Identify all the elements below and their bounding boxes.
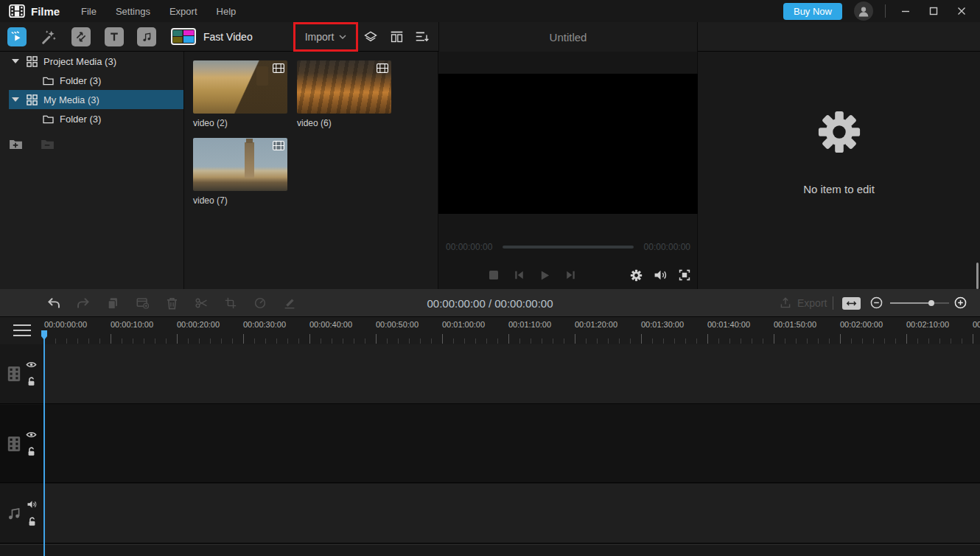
- folder-icon: [43, 76, 54, 86]
- filme-app-window: Filme File Settings Export Help Buy Now: [0, 0, 980, 556]
- text-tab[interactable]: [105, 27, 124, 46]
- tree-actions: [0, 139, 55, 150]
- expand-arrow-icon[interactable]: [12, 59, 19, 63]
- menu-help[interactable]: Help: [217, 6, 237, 17]
- track-lock-toggle[interactable]: [27, 446, 36, 457]
- tree-item-folder-1[interactable]: Folder (3): [0, 71, 183, 90]
- undo-icon: [47, 297, 60, 309]
- draw-button[interactable]: [283, 297, 296, 309]
- tree-item-project-media[interactable]: Project Media (3): [0, 52, 183, 71]
- track-lock-toggle[interactable]: [27, 516, 37, 527]
- timeline-ruler[interactable]: 00:00:00:0000:00:10:0000:00:20:0000:00:3…: [0, 317, 980, 344]
- ruler-label: 00:00:20:00: [177, 320, 243, 330]
- minimize-button[interactable]: [897, 3, 914, 19]
- pen-icon: [284, 297, 295, 309]
- tree-item-folder-2[interactable]: Folder (3): [0, 109, 183, 128]
- import-button[interactable]: Import: [305, 31, 347, 43]
- film-icon: [7, 366, 21, 382]
- menubar: Filme File Settings Export Help Buy Now: [0, 0, 980, 22]
- fit-timeline-button[interactable]: [842, 297, 861, 310]
- crop-button[interactable]: [224, 297, 237, 309]
- track-header: [0, 405, 44, 482]
- add-folder-button[interactable]: [9, 139, 23, 150]
- slider-thumb[interactable]: [928, 300, 934, 306]
- effects-tab[interactable]: [39, 27, 58, 46]
- video-track-2[interactable]: [0, 405, 980, 483]
- playhead-line[interactable]: [43, 330, 45, 556]
- ruler-label: 00: [973, 320, 980, 330]
- video-track-1[interactable]: [0, 344, 980, 404]
- import-highlight-box: Import: [293, 22, 358, 52]
- sort-list-icon: [415, 30, 429, 44]
- play-button[interactable]: [539, 270, 550, 281]
- tree-item-my-media[interactable]: My Media (3): [9, 90, 183, 109]
- track-menu-button[interactable]: [13, 324, 31, 336]
- menu-file[interactable]: File: [81, 6, 97, 17]
- delete-button[interactable]: [165, 297, 178, 310]
- copy-icon: [107, 297, 119, 310]
- transitions-icon: [75, 31, 87, 43]
- media-item-video-2[interactable]: video (2): [193, 60, 287, 128]
- menu-settings[interactable]: Settings: [116, 6, 150, 17]
- media-item-video-7[interactable]: video (7): [193, 138, 287, 206]
- split-button[interactable]: [195, 297, 208, 309]
- volume-icon: [654, 269, 668, 281]
- track-visibility-toggle[interactable]: [26, 361, 37, 369]
- next-frame-button[interactable]: [565, 270, 576, 280]
- ruler-label: 00:00:00:00: [44, 320, 111, 330]
- account-avatar[interactable]: [854, 1, 873, 21]
- remove-folder-button[interactable]: [41, 139, 55, 150]
- settings-gear-icon: [630, 269, 643, 282]
- columns-view-icon: [390, 30, 404, 44]
- maximize-button[interactable]: [925, 3, 942, 19]
- media-item-video-6[interactable]: video (6): [297, 60, 391, 128]
- project-title: Untitled: [438, 22, 698, 52]
- import-label: Import: [305, 31, 335, 43]
- toolbar: Fast Video Import: [0, 22, 980, 52]
- track-mute-toggle[interactable]: [27, 500, 38, 509]
- fullscreen-button[interactable]: [679, 269, 690, 281]
- text-icon: [109, 32, 119, 42]
- undo-button[interactable]: [47, 297, 60, 309]
- transitions-tab[interactable]: [71, 27, 91, 46]
- expand-arrow-icon[interactable]: [12, 97, 19, 102]
- timeline-zoom-slider[interactable]: [890, 302, 949, 304]
- zoom-in-button[interactable]: [954, 296, 967, 309]
- scrollbar-thumb[interactable]: [976, 263, 979, 289]
- track-visibility-toggle[interactable]: [26, 431, 37, 439]
- close-button[interactable]: [953, 3, 970, 19]
- media-library-tab[interactable]: [7, 27, 27, 46]
- previous-frame-button[interactable]: [514, 270, 525, 280]
- redo-button[interactable]: [77, 297, 90, 309]
- layers-view-button[interactable]: [363, 29, 379, 45]
- scissors-icon: [195, 297, 208, 309]
- track-lock-toggle[interactable]: [27, 376, 36, 387]
- export-button[interactable]: Export: [780, 289, 827, 317]
- audio-track[interactable]: [0, 484, 980, 543]
- media-library-icon: [10, 30, 24, 44]
- close-icon: [957, 7, 966, 15]
- user-icon: [857, 4, 870, 18]
- maximize-icon: [929, 7, 938, 15]
- ruler-ticks-major: [44, 334, 980, 344]
- stop-button[interactable]: [489, 270, 499, 280]
- seek-bar[interactable]: [503, 246, 633, 249]
- buy-now-button[interactable]: Buy Now: [783, 3, 842, 20]
- audio-tab[interactable]: [137, 27, 156, 46]
- speed-button[interactable]: [253, 297, 267, 309]
- preview-settings-button[interactable]: [630, 269, 643, 282]
- stop-icon: [489, 270, 499, 280]
- tree-item-label: My Media (3): [43, 94, 99, 105]
- sort-list-button[interactable]: [413, 29, 430, 45]
- copy-button[interactable]: [106, 297, 119, 310]
- video-preview-frame: [438, 74, 698, 214]
- video-thumbnail: [193, 138, 287, 191]
- zoom-out-button[interactable]: [870, 296, 883, 309]
- mode-selector[interactable]: Fast Video: [171, 28, 253, 45]
- columns-view-button[interactable]: [388, 29, 405, 45]
- ruler-label: 00:00:50:00: [376, 320, 442, 330]
- duplicate-button[interactable]: [136, 297, 149, 309]
- volume-button[interactable]: [654, 269, 668, 281]
- menu-export[interactable]: Export: [169, 6, 197, 17]
- fast-video-mode-icon: [171, 28, 196, 45]
